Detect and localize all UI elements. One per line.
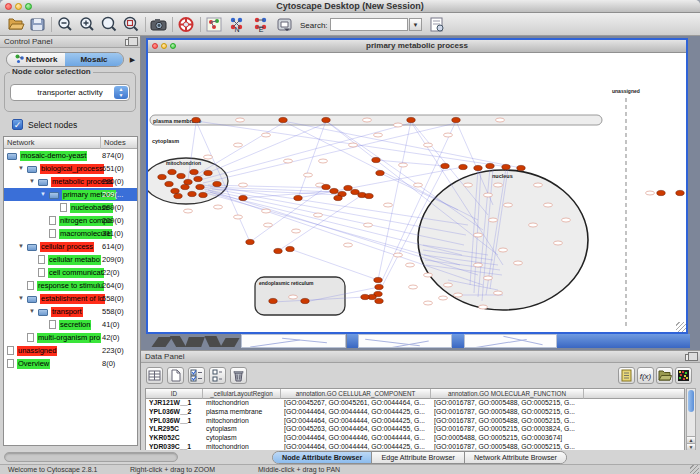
- tree-row[interactable]: secretion41(0): [4, 318, 137, 331]
- tree-row[interactable]: ▼transport558(0): [4, 305, 137, 318]
- vizmapper-icon[interactable]: N: [228, 16, 246, 33]
- network-node[interactable]: [174, 193, 182, 198]
- tree-row[interactable]: response to stimulu264(0): [4, 279, 137, 292]
- zoom-in-icon[interactable]: [78, 16, 96, 33]
- scrollbar-thumb[interactable]: [688, 390, 694, 412]
- network-node[interactable]: [204, 170, 212, 175]
- network-overview-icon[interactable]: [205, 16, 223, 33]
- expander-icon[interactable]: ▼: [29, 175, 35, 188]
- save-icon[interactable]: [29, 16, 47, 33]
- network-node-small[interactable]: [474, 263, 483, 267]
- network-node[interactable]: [452, 117, 460, 122]
- network-node-small[interactable]: [534, 183, 543, 187]
- network-canvas[interactable]: plasma membrane cytoplasm nucleus mitoch…: [148, 54, 686, 332]
- network-node-small[interactable]: [284, 159, 293, 163]
- tree-row[interactable]: Overview8(0): [4, 357, 137, 370]
- import-attributes-icon[interactable]: [656, 367, 673, 384]
- tree-row[interactable]: macromolecule311(0): [4, 227, 137, 240]
- network-node-small[interactable]: [262, 133, 271, 137]
- network-node[interactable]: [676, 190, 684, 195]
- help-icon[interactable]: [177, 16, 195, 33]
- node-color-dropdown[interactable]: transporter activity ▲▼: [10, 84, 130, 101]
- network-node-small[interactable]: [424, 273, 433, 277]
- network-node[interactable]: [474, 165, 482, 170]
- network-node-small[interactable]: [239, 183, 248, 187]
- network-node-small[interactable]: [474, 233, 483, 237]
- network-node[interactable]: [374, 277, 382, 282]
- network-node-small[interactable]: [484, 193, 493, 197]
- window-titlebar[interactable]: Cytoscape Desktop (New Session): [0, 0, 700, 13]
- table-row[interactable]: YPL036W__1mitochondrion[GO:0044464, GO:0…: [146, 417, 684, 426]
- new-attribute-icon[interactable]: [167, 367, 184, 384]
- search-input[interactable]: [330, 18, 408, 31]
- network-node[interactable]: [177, 173, 185, 178]
- dropdown-stepper-icon[interactable]: ▲▼: [114, 86, 128, 99]
- expander-icon[interactable]: ▼: [18, 162, 24, 175]
- network-node[interactable]: [192, 117, 200, 122]
- tab-edge-attribute-browser[interactable]: Edge Attribute Browser: [372, 452, 465, 463]
- tree-row[interactable]: ▼metabolic process280(0): [4, 175, 137, 188]
- tree-row[interactable]: nitrogen compo209(0): [4, 214, 137, 227]
- network-node[interactable]: [181, 184, 189, 189]
- network-node[interactable]: [239, 195, 247, 200]
- network-node[interactable]: [486, 163, 494, 168]
- network-node-small[interactable]: [314, 213, 323, 217]
- network-node-small[interactable]: [646, 191, 655, 195]
- network-node[interactable]: [334, 195, 342, 200]
- network-node-small[interactable]: [214, 205, 223, 209]
- network-node-small[interactable]: [494, 183, 503, 187]
- network-node-small[interactable]: [554, 241, 563, 245]
- expander-icon[interactable]: ▼: [18, 292, 24, 305]
- float-data-panel-icon[interactable]: [685, 354, 693, 361]
- window-resize-grip[interactable]: [676, 322, 686, 332]
- snapshot-icon[interactable]: [150, 16, 168, 33]
- network-node-small[interactable]: [204, 155, 213, 159]
- tree-row[interactable]: mosaic-demo-yeast874(0): [4, 149, 137, 162]
- network-node[interactable]: [459, 164, 467, 169]
- network-node[interactable]: [375, 284, 383, 289]
- table-vertical-scrollbar[interactable]: ▲ ▼: [686, 388, 696, 451]
- network-node[interactable]: [184, 179, 192, 184]
- tree-header-network[interactable]: Network: [4, 137, 101, 149]
- select-nodes-checkbox[interactable]: ✓: [12, 119, 23, 130]
- table-column-header[interactable]: ID: [146, 389, 203, 399]
- tree-row[interactable]: nucleobase-209(0): [4, 201, 137, 214]
- network-node[interactable]: [517, 165, 525, 170]
- network-node-small[interactable]: [479, 305, 488, 309]
- network-node-small[interactable]: [184, 209, 193, 213]
- network-node-small[interactable]: [234, 215, 243, 219]
- network-node-small[interactable]: [394, 253, 403, 257]
- network-node-small[interactable]: [499, 248, 508, 252]
- tree-row[interactable]: multi-organism pro42(0): [4, 331, 137, 344]
- scroll-down-icon[interactable]: ▼: [687, 443, 695, 450]
- table-row[interactable]: YLR295Ccytoplasm[GO:0045263, GO:0044464,…: [146, 425, 684, 434]
- tree-row[interactable]: cell communicat22(0): [4, 266, 137, 279]
- network-node-small[interactable]: [454, 293, 463, 297]
- tree-row[interactable]: cellular metabo209(0): [4, 253, 137, 266]
- filter-icon[interactable]: E: [252, 16, 270, 33]
- network-node-small[interactable]: [304, 173, 313, 177]
- float-panel-icon[interactable]: [125, 39, 133, 46]
- network-node[interactable]: [376, 170, 384, 175]
- network-node-small[interactable]: [292, 229, 301, 233]
- delete-attribute-icon[interactable]: [230, 367, 247, 384]
- zoom-fit-icon[interactable]: [100, 16, 118, 33]
- network-node[interactable]: [188, 191, 196, 196]
- network-node-small[interactable]: [484, 276, 493, 280]
- network-node[interactable]: [269, 298, 277, 303]
- network-node[interactable]: [158, 174, 166, 179]
- function-builder-icon[interactable]: f(x): [637, 367, 654, 384]
- network-node-small[interactable]: [236, 118, 245, 122]
- network-node-small[interactable]: [544, 203, 553, 207]
- network-node[interactable]: [279, 117, 287, 122]
- network-node-small[interactable]: [424, 301, 433, 305]
- network-node[interactable]: [322, 184, 330, 189]
- zoom-selected-icon[interactable]: [122, 16, 140, 33]
- tree-row[interactable]: ▼biological_process651(0): [4, 162, 137, 175]
- network-node-small[interactable]: [439, 296, 448, 300]
- network-node-small[interactable]: [234, 143, 243, 147]
- network-node-small[interactable]: [399, 163, 408, 167]
- network-node[interactable]: [213, 181, 221, 186]
- select-attributes-icon[interactable]: [188, 367, 205, 384]
- expander-icon[interactable]: ▼: [29, 305, 35, 318]
